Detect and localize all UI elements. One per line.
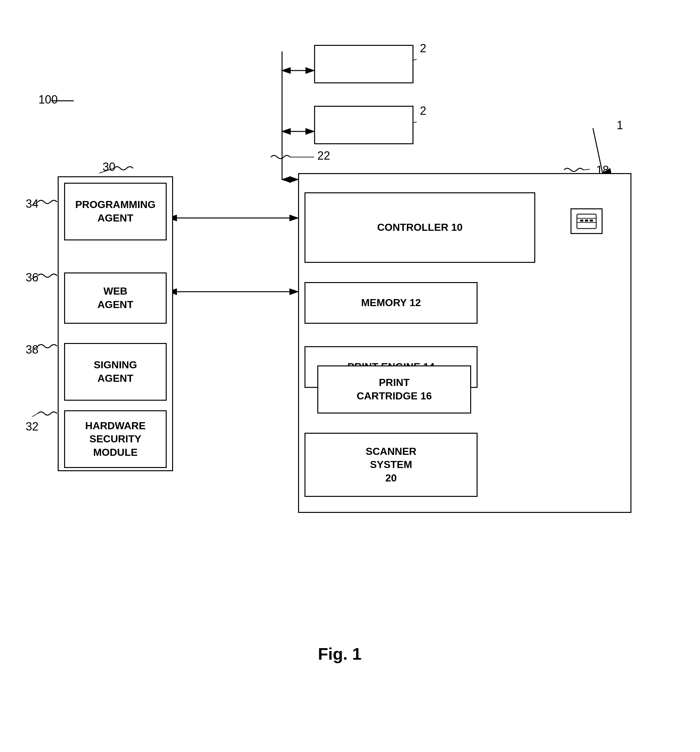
svg-rect-32	[580, 219, 583, 222]
signing-agent-box: SIGNINGAGENT	[64, 343, 167, 401]
web-agent-box: WEBAGENT	[64, 272, 167, 324]
hardware-security-box: HARDWARESECURITYMODULE	[64, 410, 167, 468]
diagram: 100 1 2 2 22 30 PROGRAMMINGAGENT 34 WEBA…	[19, 19, 681, 692]
print-cartridge-box: PRINTCARTRIDGE 16	[317, 365, 471, 413]
figure-label: Fig. 1	[244, 644, 436, 663]
ref-34: 34	[26, 197, 39, 211]
ref-2a: 2	[420, 42, 426, 55]
ref-18: 18	[596, 163, 609, 177]
network-port-icon	[571, 208, 602, 234]
ref-32: 32	[26, 420, 39, 433]
ref-22: 22	[317, 149, 330, 163]
server-box-1	[314, 45, 413, 83]
ref-38: 38	[26, 343, 39, 356]
controller-box: CONTROLLER 10	[304, 192, 535, 263]
svg-rect-33	[585, 219, 588, 222]
server-box-2	[314, 106, 413, 144]
svg-line-7	[583, 169, 590, 170]
svg-line-12	[32, 413, 38, 417]
svg-rect-34	[590, 219, 593, 222]
ref-2b: 2	[420, 104, 426, 118]
memory-box: MEMORY 12	[304, 282, 478, 324]
ref-100: 100	[39, 93, 58, 106]
programming-agent-box: PROGRAMMINGAGENT	[64, 183, 167, 241]
scanner-system-box: SCANNERSYSTEM20	[304, 433, 478, 497]
ref-1: 1	[617, 119, 623, 132]
ref-30: 30	[102, 160, 115, 174]
ref-36: 36	[26, 271, 39, 284]
